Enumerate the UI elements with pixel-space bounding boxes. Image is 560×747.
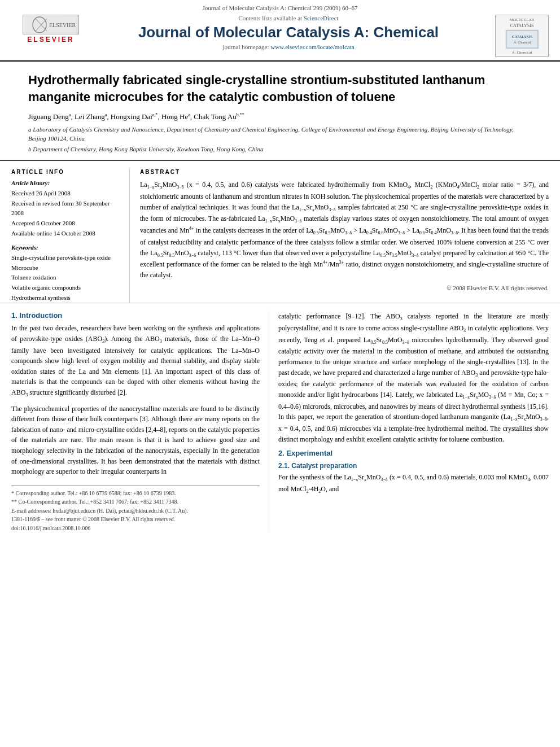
elsevier-graphic: ELSEVIER	[23, 15, 79, 34]
footnote-divider: * Corresponding author. Tel.: +86 10 673…	[11, 485, 260, 533]
abstract-text: La1−xSrxMnO3−δ (x = 0.4, 0.5, and 0.6) c…	[140, 180, 549, 280]
svg-rect-5	[505, 29, 539, 49]
keywords-label: Keywords:	[11, 244, 120, 251]
footnote-email: E-mail addresses: hxdai@bjut.edu.cn (H. …	[11, 506, 260, 516]
right-para1: catalytic performance [9–12]. The ABO3 c…	[278, 311, 549, 444]
article-info-abstract-section: ARTICLE INFO Article history: Received 2…	[0, 161, 560, 303]
keyword-2: Microcube	[11, 263, 120, 273]
author-jiguang: Jiguang Denga, Lei Zhanga, Hongxing Daia…	[28, 112, 244, 121]
elsevier-name: ELSEVIER	[27, 36, 74, 43]
intro-para2: The physicochemical properties of the na…	[11, 404, 260, 477]
article-info-col: ARTICLE INFO Article history: Received 2…	[11, 169, 130, 303]
homepage-url[interactable]: www.elsevier.com/locate/molcata	[270, 43, 354, 50]
journal-homepage-line: journal homepage: www.elsevier.com/locat…	[96, 43, 481, 50]
page: Journal of Molecular Catalysis A: Chemic…	[0, 0, 560, 747]
article-title: Hydrothermally fabricated single-crystal…	[28, 72, 532, 105]
intro-para1: In the past two decades, researchers hav…	[11, 323, 260, 399]
footnote-star2: ** Co-Corresponding author. Tel.: +852 3…	[11, 497, 260, 506]
abstract-col: ABSTRACT La1−xSrxMnO3−δ (x = 0.4, 0.5, a…	[130, 169, 549, 303]
catalyst-prep-heading: 2.1. Catalyst preparation	[278, 462, 549, 470]
article-history-label: Article history:	[11, 180, 120, 186]
svg-text:A: Chemical: A: Chemical	[513, 41, 531, 44]
svg-text:ELSEVIER: ELSEVIER	[49, 22, 76, 28]
journal-header: Journal of Molecular Catalysis A: Chemic…	[0, 0, 560, 62]
sciencedirect-line: Contents lists available at ScienceDirec…	[96, 15, 481, 21]
svg-text:CATALYSIS: CATALYSIS	[511, 34, 532, 39]
elsevier-logo: ELSEVIER ELSEVIER	[11, 15, 90, 43]
keyword-1: Single-crystalline perovskite-type oxide	[11, 253, 120, 263]
footnote-doi: doi:10.1016/j.molcata.2008.10.006	[11, 524, 260, 533]
keyword-4: Volatile organic compounds	[11, 283, 120, 293]
available-online: Available online 14 October 2008	[11, 229, 120, 239]
main-content: 1. Introduction In the past two decades,…	[0, 303, 560, 538]
copyright-line: © 2008 Elsevier B.V. All rights reserved…	[140, 285, 549, 291]
accepted-date: Accepted 6 October 2008	[11, 219, 120, 229]
abstract-header: ABSTRACT	[140, 169, 549, 175]
experimental-heading: 2. Experimental	[278, 449, 549, 457]
received-date: Received 26 April 2008	[11, 189, 120, 199]
footnote-star1: * Corresponding author. Tel.: +86 10 673…	[11, 489, 260, 498]
intro-heading: 1. Introduction	[11, 311, 260, 320]
exp-para: For the synthesis of the La1−xSrxMnO3−δ …	[278, 472, 549, 496]
main-left-col: 1. Introduction In the past two decades,…	[11, 311, 269, 532]
catalysis-logo: MOLECULAR CATALYSIS CATALYSIS A: Chemica…	[487, 15, 549, 57]
keyword-5: Hydrothermal synthesis	[11, 293, 120, 303]
received-revised: Received in revised form 30 September 20…	[11, 199, 120, 219]
affiliation-a: a Laboratory of Catalysis Chemistry and …	[28, 125, 532, 143]
authors-line: Jiguang Denga, Lei Zhanga, Hongxing Daia…	[28, 112, 532, 121]
affiliation-b: b Department of Chemistry, Hong Kong Bap…	[28, 145, 532, 154]
article-title-section: Hydrothermally fabricated single-crystal…	[0, 62, 560, 161]
journal-title-banner: Journal of Molecular Catalysis A: Chemic…	[96, 24, 481, 41]
journal-center: Contents lists available at ScienceDirec…	[90, 15, 487, 50]
sciencedirect-link[interactable]: ScienceDirect	[304, 15, 339, 21]
footnote-issn: 1381-1169/$ – see front matter © 2008 El…	[11, 515, 260, 524]
journal-ref-line: Journal of Molecular Catalysis A: Chemic…	[203, 5, 358, 11]
main-right-col: catalytic performance [9–12]. The ABO3 c…	[269, 311, 549, 532]
article-info-header: ARTICLE INFO	[11, 169, 120, 175]
keyword-3: Toluene oxidation	[11, 273, 120, 283]
